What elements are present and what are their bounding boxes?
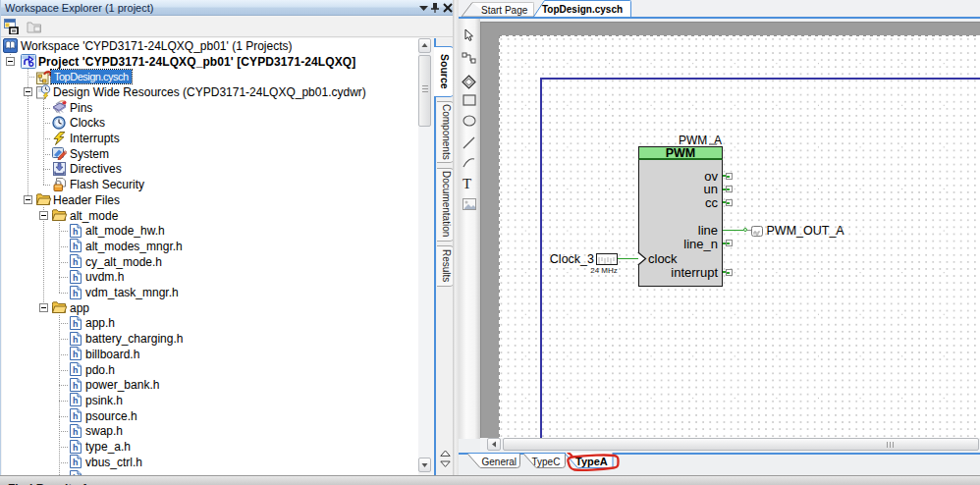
svg-text:h: h: [73, 458, 79, 467]
svg-text:Start Page: Start Page: [481, 5, 528, 16]
svg-text:h: h: [73, 381, 79, 391]
svg-text:h: h: [73, 350, 79, 359]
svg-text:h: h: [73, 257, 79, 267]
svg-text:h: h: [73, 411, 79, 421]
svg-text:h: h: [73, 335, 79, 345]
svg-text:h: h: [73, 273, 79, 283]
svg-text:TopDesign.cysch: TopDesign.cysch: [542, 4, 623, 15]
svg-text:h: h: [73, 227, 79, 237]
svg-text:TypeC: TypeC: [532, 457, 561, 467]
svg-text:h: h: [73, 289, 79, 298]
svg-text:h: h: [73, 242, 79, 251]
svg-text:h: h: [73, 319, 79, 329]
svg-text:h: h: [73, 396, 79, 405]
svg-text:h: h: [73, 365, 79, 375]
svg-text:h: h: [73, 427, 79, 437]
svg-text:h: h: [73, 443, 79, 453]
svg-text:General: General: [482, 457, 517, 467]
